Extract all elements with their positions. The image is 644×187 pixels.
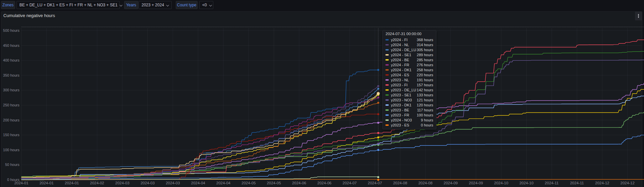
svg-text:2024-12: 2024-12 [595,181,609,185]
svg-text:250 hours: 250 hours [3,103,19,107]
svg-text:2024-03: 2024-03 [115,181,129,185]
svg-text:2024-09: 2024-09 [443,181,458,185]
svg-text:2024-08: 2024-08 [418,181,432,185]
svg-text:2024-11: 2024-11 [545,181,558,185]
svg-text:500 hours: 500 hours [3,28,19,32]
svg-text:2024-10: 2024-10 [494,181,508,185]
svg-text:2024-05: 2024-05 [241,181,256,185]
svg-text:2024-03: 2024-03 [141,181,155,185]
svg-text:2024-07: 2024-07 [368,181,382,185]
svg-text:2024-10: 2024-10 [519,181,533,185]
svg-text:350 hours: 350 hours [3,73,19,77]
svg-text:2024-08: 2024-08 [393,181,407,185]
svg-text:100 hours: 100 hours [3,148,19,152]
svg-text:2024-03: 2024-03 [166,181,180,185]
svg-text:2024-01: 2024-01 [65,181,79,185]
svg-text:450 hours: 450 hours [3,43,19,48]
svg-text:2024-12: 2024-12 [621,181,635,185]
svg-text:200 hours: 200 hours [3,118,19,122]
svg-text:2024-04: 2024-04 [191,181,205,185]
svg-text:50 hours: 50 hours [5,163,19,167]
svg-text:2024-01: 2024-01 [14,181,28,185]
svg-text:2024-09: 2024-09 [469,181,483,185]
svg-text:2024-04: 2024-04 [216,181,231,185]
svg-text:2024-07: 2024-07 [342,181,357,185]
svg-text:400 hours: 400 hours [3,58,19,62]
svg-text:300 hours: 300 hours [3,88,19,92]
svg-text:150 hours: 150 hours [3,133,19,137]
svg-text:2024-06: 2024-06 [317,181,331,185]
svg-text:2024-05: 2024-05 [267,181,281,185]
svg-text:2024-02: 2024-02 [90,181,104,185]
svg-text:2024-01: 2024-01 [40,181,54,185]
svg-text:2024-11: 2024-11 [570,181,584,185]
svg-text:2024-06: 2024-06 [292,181,306,185]
